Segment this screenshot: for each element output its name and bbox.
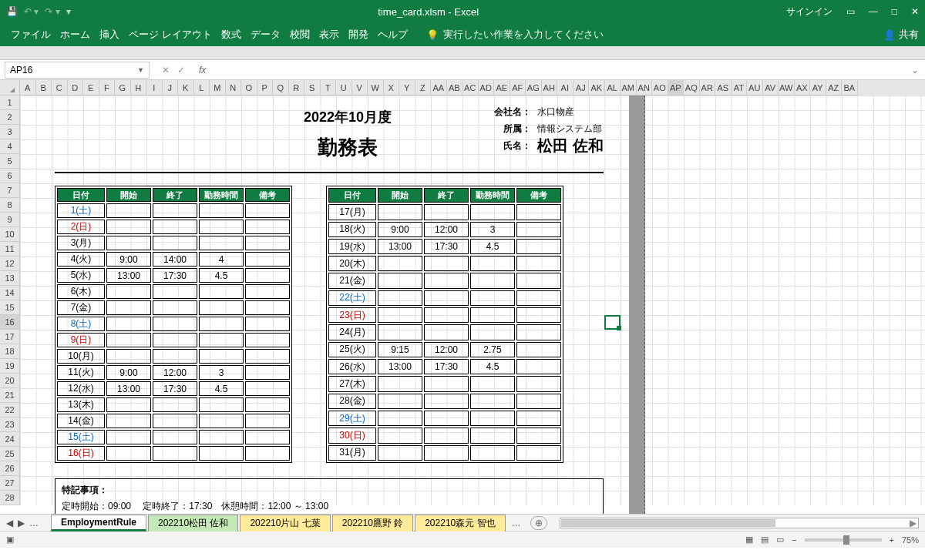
share-button[interactable]: 共有 [899, 28, 919, 42]
view-break-icon[interactable]: ▭ [776, 535, 784, 545]
table-row[interactable]: 3(月) [57, 236, 290, 250]
table-row[interactable]: 10(月) [57, 349, 290, 364]
column-header[interactable]: P [257, 80, 274, 96]
row-header[interactable]: 13 [0, 271, 20, 286]
row-header[interactable]: 26 [0, 461, 20, 476]
ribbon-tab[interactable]: 校閲 [285, 25, 314, 43]
column-header[interactable]: L [194, 80, 210, 96]
tab-more-icon[interactable]: … [507, 518, 526, 528]
view-page-icon[interactable]: ▤ [761, 535, 769, 545]
cancel-formula-icon[interactable]: ✕ [162, 65, 170, 75]
column-header[interactable]: AQ [684, 80, 700, 96]
column-header[interactable]: AF [510, 80, 526, 96]
table-row[interactable]: 20(木) [328, 256, 561, 271]
table-row[interactable]: 2(日) [57, 220, 290, 234]
column-header[interactable]: AT [732, 80, 748, 96]
ribbon-tab[interactable]: 数式 [217, 25, 246, 43]
row-header[interactable]: 6 [0, 169, 20, 183]
macro-record-icon[interactable]: ▣ [6, 535, 14, 545]
row-header[interactable]: 25 [0, 447, 20, 461]
column-header[interactable]: O [241, 80, 257, 96]
table-row[interactable]: 28(金) [328, 394, 561, 409]
row-header[interactable]: 27 [0, 476, 20, 491]
table-row[interactable]: 26(水)13:0017:304.5 [328, 359, 561, 374]
table-row[interactable]: 4(火)9:0014:004 [57, 252, 290, 267]
row-header[interactable]: 18 [0, 344, 20, 359]
column-header[interactable]: AD [479, 80, 495, 96]
column-header[interactable]: E [83, 80, 99, 96]
column-header[interactable]: AZ [826, 80, 843, 96]
row-header[interactable]: 19 [0, 359, 20, 374]
table-row[interactable]: 1(土) [57, 203, 290, 218]
row-header[interactable]: 10 [0, 227, 20, 242]
table-row[interactable]: 24(月) [328, 324, 561, 340]
table-row[interactable]: 31(月) [328, 445, 561, 461]
column-header[interactable]: AU [747, 80, 763, 96]
column-header[interactable]: R [289, 80, 305, 96]
minimize-icon[interactable]: — [869, 6, 878, 17]
ribbon-tab[interactable]: 表示 [314, 25, 344, 43]
table-row[interactable]: 11(火)9:0012:003 [57, 365, 290, 380]
table-row[interactable]: 9(日) [57, 333, 290, 347]
zoom-level[interactable]: 75% [902, 535, 919, 545]
column-header[interactable]: X [384, 80, 400, 96]
close-icon[interactable]: ✕ [911, 6, 919, 17]
row-header[interactable]: 11 [0, 242, 20, 257]
column-header[interactable]: D [68, 80, 84, 96]
horizontal-scrollbar[interactable]: ◀▶ [560, 518, 919, 528]
worksheet-grid[interactable]: ABCDEFGHIJKLMNOPQRSTUVWXYZAAABACADAEAFAG… [0, 80, 925, 514]
zoom-out-icon[interactable]: − [792, 535, 796, 545]
row-header[interactable]: 14 [0, 286, 20, 300]
column-header[interactable]: C [52, 80, 68, 96]
column-header[interactable]: S [304, 80, 321, 96]
table-row[interactable]: 12(水)13:0017:304.5 [57, 381, 290, 396]
row-header[interactable]: 2 [0, 110, 20, 125]
column-header[interactable]: Z [415, 80, 432, 96]
row-header[interactable]: 17 [0, 330, 20, 344]
column-header[interactable]: AM [621, 80, 637, 96]
table-row[interactable]: 25(火)9:1512:002.75 [328, 342, 561, 357]
column-header[interactable]: BA [842, 80, 858, 96]
tab-nav-more-icon[interactable]: … [29, 518, 39, 528]
row-header[interactable]: 9 [0, 213, 20, 227]
column-header[interactable]: J [163, 80, 179, 96]
tab-nav-last-icon[interactable]: ▶ [18, 518, 25, 528]
row-header[interactable]: 7 [0, 183, 20, 198]
save-icon[interactable]: 💾 [6, 6, 18, 17]
maximize-icon[interactable]: □ [892, 6, 897, 17]
enter-formula-icon[interactable]: ✓ [177, 65, 185, 75]
column-header[interactable]: AG [526, 80, 542, 96]
column-header[interactable]: A [20, 80, 36, 96]
expand-formula-icon[interactable]: ⌄ [905, 65, 925, 75]
table-row[interactable]: 16(日) [57, 446, 290, 461]
row-header[interactable]: 12 [0, 257, 20, 271]
table-row[interactable]: 8(土) [57, 317, 290, 331]
table-row[interactable]: 21(金) [328, 273, 561, 288]
column-header[interactable]: AC [462, 80, 479, 96]
row-header[interactable]: 22 [0, 403, 20, 417]
tell-me[interactable]: 実行したい作業を入力してください [443, 28, 604, 42]
column-header[interactable]: AP [668, 80, 684, 96]
row-header[interactable]: 3 [0, 125, 20, 139]
column-header[interactable]: AK [589, 80, 605, 96]
table-row[interactable]: 29(土) [328, 411, 561, 426]
row-header[interactable]: 20 [0, 374, 20, 388]
column-header[interactable]: AE [494, 80, 510, 96]
column-header[interactable]: AJ [574, 80, 590, 96]
column-header[interactable]: AB [447, 80, 463, 96]
row-header[interactable]: 23 [0, 417, 20, 432]
row-header[interactable]: 1 [0, 96, 20, 110]
new-sheet-button[interactable]: ⊕ [530, 516, 547, 530]
row-header[interactable]: 8 [0, 198, 20, 213]
column-header[interactable]: AA [431, 80, 447, 96]
column-header[interactable]: N [226, 80, 242, 96]
column-header[interactable]: T [321, 80, 337, 96]
column-header[interactable]: M [210, 80, 226, 96]
column-header[interactable]: Q [273, 80, 289, 96]
column-header[interactable]: F [99, 80, 116, 96]
table-row[interactable]: 14(金) [57, 414, 290, 428]
column-header[interactable]: AS [715, 80, 732, 96]
row-header[interactable]: 16 [0, 315, 20, 330]
sheet-tab[interactable]: EmploymentRule [51, 515, 146, 531]
ribbon-tab[interactable]: ヘルプ [373, 25, 412, 43]
